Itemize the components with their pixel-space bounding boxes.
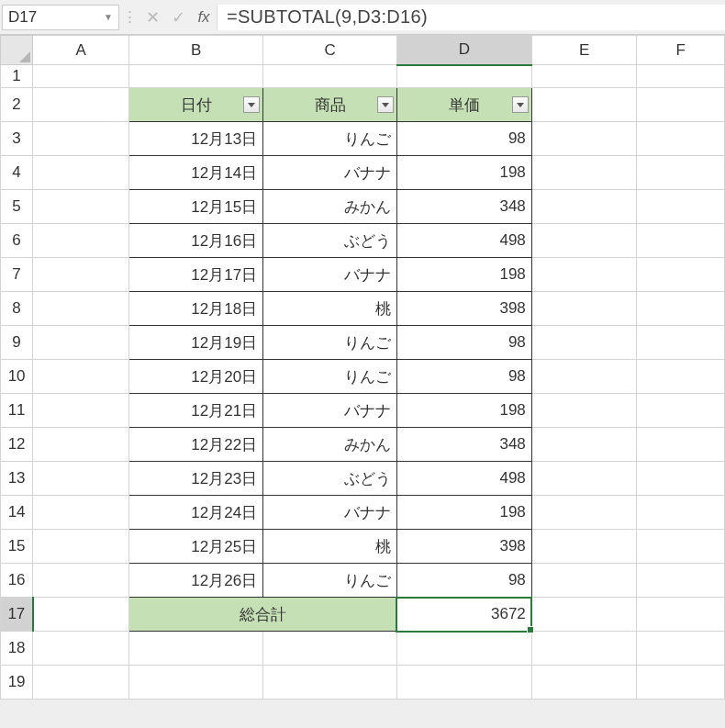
- filter-button[interactable]: [377, 96, 394, 113]
- row-header[interactable]: 4: [1, 156, 33, 190]
- cell[interactable]: [263, 65, 397, 88]
- cell-date[interactable]: 12月20日: [129, 360, 263, 394]
- cell[interactable]: [33, 360, 129, 394]
- cell-date[interactable]: 12月22日: [129, 428, 263, 462]
- col-header-c[interactable]: C: [263, 36, 397, 65]
- row-header[interactable]: 13: [1, 462, 33, 496]
- cell[interactable]: [531, 65, 637, 88]
- cell[interactable]: [637, 632, 725, 666]
- cell-product[interactable]: バナナ: [263, 258, 397, 292]
- cell-date[interactable]: 12月24日: [129, 496, 263, 530]
- col-header-a[interactable]: A: [33, 36, 129, 65]
- cell[interactable]: [531, 156, 637, 190]
- cell[interactable]: [33, 190, 129, 224]
- cell[interactable]: [531, 88, 637, 122]
- col-header-e[interactable]: E: [531, 36, 637, 65]
- cell[interactable]: [129, 65, 263, 88]
- cell[interactable]: [531, 292, 637, 326]
- cell[interactable]: [637, 292, 725, 326]
- total-value-cell[interactable]: 3672: [396, 598, 531, 632]
- cell[interactable]: [33, 394, 129, 428]
- row-header[interactable]: 1: [1, 65, 33, 88]
- cell[interactable]: [396, 666, 531, 700]
- cell-product[interactable]: 桃: [263, 292, 397, 326]
- cell-date[interactable]: 12月13日: [129, 122, 263, 156]
- cell[interactable]: [531, 462, 637, 496]
- cell[interactable]: [33, 258, 129, 292]
- cell[interactable]: [33, 88, 129, 122]
- cell-price[interactable]: 398: [396, 292, 531, 326]
- cell-date[interactable]: 12月23日: [129, 462, 263, 496]
- cell-product[interactable]: みかん: [263, 190, 397, 224]
- cell-product[interactable]: バナナ: [263, 496, 397, 530]
- cell-product[interactable]: ぶどう: [263, 224, 397, 258]
- cell[interactable]: [637, 224, 725, 258]
- cell[interactable]: [637, 360, 725, 394]
- cell[interactable]: [531, 632, 637, 666]
- cell[interactable]: [531, 394, 637, 428]
- cell[interactable]: [263, 632, 397, 666]
- col-header-b[interactable]: B: [129, 36, 263, 65]
- cell-date[interactable]: 12月25日: [129, 530, 263, 564]
- table-header-price[interactable]: 単価: [396, 88, 531, 122]
- cell[interactable]: [33, 428, 129, 462]
- cell[interactable]: [129, 632, 263, 666]
- cell[interactable]: [637, 428, 725, 462]
- cell-price[interactable]: 198: [396, 258, 531, 292]
- cell-date[interactable]: 12月19日: [129, 326, 263, 360]
- cell[interactable]: [637, 88, 725, 122]
- row-header[interactable]: 2: [1, 88, 33, 122]
- cell[interactable]: [263, 666, 397, 700]
- row-header[interactable]: 12: [1, 428, 33, 462]
- cell-product[interactable]: みかん: [263, 428, 397, 462]
- accept-icon[interactable]: ✓: [165, 7, 191, 28]
- fx-icon[interactable]: fx: [191, 8, 217, 27]
- cell-product[interactable]: りんご: [263, 564, 397, 598]
- cell-date[interactable]: 12月26日: [129, 564, 263, 598]
- cell[interactable]: [33, 326, 129, 360]
- cell[interactable]: [637, 156, 725, 190]
- row-header[interactable]: 14: [1, 496, 33, 530]
- filter-button[interactable]: [512, 96, 529, 113]
- cell[interactable]: [531, 530, 637, 564]
- filter-button[interactable]: [243, 96, 260, 113]
- cell[interactable]: [33, 598, 129, 632]
- cell[interactable]: [129, 666, 263, 700]
- cell-date[interactable]: 12月21日: [129, 394, 263, 428]
- cell[interactable]: [637, 326, 725, 360]
- cell-date[interactable]: 12月17日: [129, 258, 263, 292]
- cell-price[interactable]: 98: [396, 564, 531, 598]
- table-header-date[interactable]: 日付: [129, 88, 263, 122]
- select-all-corner[interactable]: [1, 36, 33, 65]
- cell[interactable]: [637, 530, 725, 564]
- cell-price[interactable]: 98: [396, 360, 531, 394]
- cell[interactable]: [33, 666, 129, 700]
- cell-date[interactable]: 12月15日: [129, 190, 263, 224]
- row-header[interactable]: 17: [1, 598, 33, 632]
- cell[interactable]: [396, 632, 531, 666]
- col-header-d[interactable]: D: [396, 36, 531, 65]
- cell-date[interactable]: 12月14日: [129, 156, 263, 190]
- cell[interactable]: [33, 462, 129, 496]
- cell[interactable]: [531, 190, 637, 224]
- row-header[interactable]: 6: [1, 224, 33, 258]
- cell[interactable]: [33, 292, 129, 326]
- col-header-f[interactable]: F: [637, 36, 725, 65]
- cell[interactable]: [637, 394, 725, 428]
- cell[interactable]: [637, 258, 725, 292]
- cell-product[interactable]: 桃: [263, 530, 397, 564]
- cell[interactable]: [33, 564, 129, 598]
- cell[interactable]: [396, 65, 531, 88]
- cell[interactable]: [33, 632, 129, 666]
- row-header[interactable]: 8: [1, 292, 33, 326]
- cell-date[interactable]: 12月18日: [129, 292, 263, 326]
- row-header[interactable]: 18: [1, 632, 33, 666]
- cell[interactable]: [637, 122, 725, 156]
- cell-product[interactable]: りんご: [263, 326, 397, 360]
- name-box[interactable]: D17 ▼: [2, 5, 119, 30]
- row-header[interactable]: 15: [1, 530, 33, 564]
- cell[interactable]: [33, 496, 129, 530]
- row-header[interactable]: 16: [1, 564, 33, 598]
- cell[interactable]: [637, 190, 725, 224]
- cell[interactable]: [531, 224, 637, 258]
